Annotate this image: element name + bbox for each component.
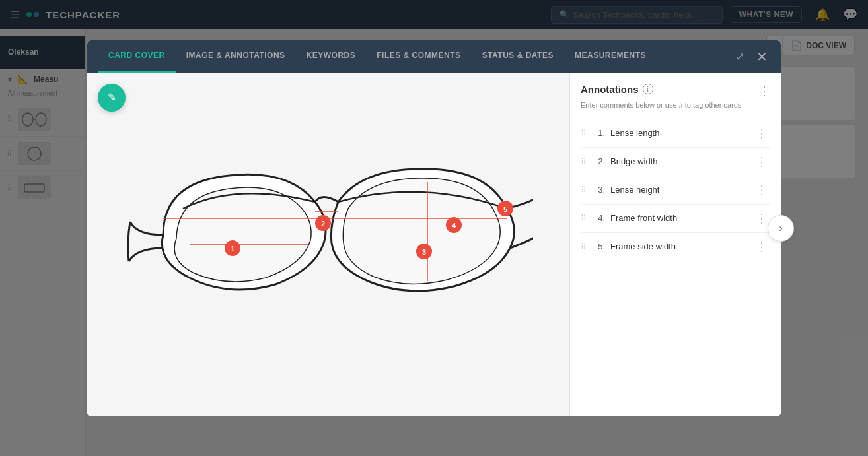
annotation-item: ⠿ 1. Lense length ⋮ — [581, 119, 770, 148]
edit-fab-button[interactable]: ✎ — [98, 84, 126, 112]
annotations-subtitle: Enter comments below or use # to tag oth… — [581, 101, 770, 109]
annotations-more-button[interactable]: ⋮ — [758, 84, 770, 98]
annotations-title: Annotations i — [581, 84, 653, 95]
tab-card-cover[interactable]: CARD COVER — [98, 40, 176, 73]
annotations-panel: Annotations i ⋮ Enter comments below or … — [569, 73, 781, 416]
annotation-item: ⠿ 5. Frame side width ⋮ — [581, 233, 770, 261]
modal-expand-icon[interactable]: ⤢ — [733, 48, 747, 65]
modal: CARD COVER IMAGE & ANNOTATIONS KEYWORDS … — [87, 40, 781, 416]
drag-handle-icon: ⠿ — [581, 214, 587, 223]
annotation-more-button[interactable]: ⋮ — [753, 154, 770, 169]
tab-measurements[interactable]: MEASUREMENTS — [564, 40, 657, 73]
modal-tab-bar: CARD COVER IMAGE & ANNOTATIONS KEYWORDS … — [87, 40, 781, 73]
annotation-more-button[interactable]: ⋮ — [753, 240, 770, 254]
tab-keywords[interactable]: KEYWORDS — [296, 40, 367, 73]
annotation-more-button[interactable]: ⋮ — [753, 126, 770, 141]
info-icon[interactable]: i — [643, 84, 653, 94]
modal-controls: ⤢ ✕ — [733, 46, 770, 67]
drag-handle-icon: ⠿ — [581, 185, 587, 195]
annotation-item: ⠿ 2. Bridge width ⋮ — [581, 148, 770, 176]
image-panel: ✎ — [87, 73, 569, 416]
modal-close-button[interactable]: ✕ — [754, 46, 770, 67]
annotations-header: Annotations i ⋮ — [581, 84, 770, 98]
glasses-illustration: 1 2 3 4 — [124, 116, 533, 374]
svg-text:3: 3 — [422, 248, 426, 256]
annotation-item: ⠿ 4. Frame front width ⋮ — [581, 205, 770, 233]
annotation-more-button[interactable]: ⋮ — [753, 183, 770, 197]
svg-text:5: 5 — [503, 205, 507, 213]
svg-text:4: 4 — [452, 222, 456, 230]
svg-text:1: 1 — [231, 245, 235, 253]
chevron-right-icon: › — [779, 222, 782, 234]
pencil-icon: ✎ — [108, 91, 116, 104]
drag-handle-icon: ⠿ — [581, 129, 587, 138]
modal-overlay: CARD COVER IMAGE & ANNOTATIONS KEYWORDS … — [0, 0, 868, 456]
next-arrow-button[interactable]: › — [768, 215, 794, 242]
tab-image-annotations[interactable]: IMAGE & ANNOTATIONS — [176, 40, 296, 73]
annotation-item: ⠿ 3. Lense height ⋮ — [581, 176, 770, 205]
tab-files-comments[interactable]: FILES & COMMENTS — [366, 40, 471, 73]
annotation-list: ⠿ 1. Lense length ⋮ ⠿ 2. Bridge width ⋮ … — [581, 119, 770, 261]
tab-status-dates[interactable]: STATUS & DATES — [472, 40, 564, 73]
drag-handle-icon: ⠿ — [581, 242, 587, 251]
drag-handle-icon: ⠿ — [581, 157, 587, 166]
modal-body: ✎ — [87, 73, 781, 416]
svg-text:2: 2 — [321, 220, 325, 228]
